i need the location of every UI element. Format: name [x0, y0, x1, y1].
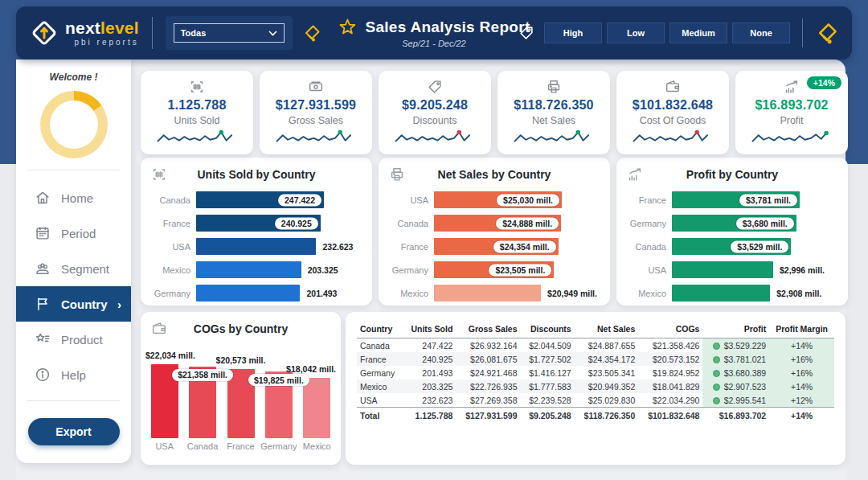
bar[interactable]: $3,529 mill.: [672, 238, 791, 255]
column-value-label: $21,358 mill.: [172, 369, 233, 381]
table-cell: $25.029.830: [575, 393, 639, 408]
bar[interactable]: [196, 261, 301, 278]
kpi-row: 1.125.788Units Sold$127.931.599Gross Sal…: [141, 71, 848, 154]
bar-category-label: France: [624, 195, 666, 205]
priority-button-low[interactable]: Low: [607, 23, 665, 43]
bar-category-label: Canada: [624, 242, 666, 252]
bar-track: $2,996 mill.: [672, 261, 800, 278]
sidebar-item-label: Country: [61, 297, 108, 311]
bar-track: $23,505 mill.: [434, 261, 562, 278]
table-cell: $24.887.655: [575, 338, 639, 353]
table-row[interactable]: Canada247.422$26.932.164$2.044.509$24.88…: [357, 338, 834, 353]
bar-track: $24,888 mill.: [434, 215, 562, 232]
table-cell: $1.416.127: [521, 366, 575, 379]
page-subtitle: Sep/21 - Dec/22: [338, 39, 530, 48]
bar-track: $20,949 mill.: [434, 285, 562, 302]
bar-value-label: $24,888 mill.: [496, 217, 559, 229]
kpi-label: Discounts: [413, 115, 457, 126]
page-title: Sales Analysis Report: [365, 18, 530, 36]
priority-button-high[interactable]: High: [544, 23, 602, 43]
clear-all-filters-icon[interactable]: [815, 21, 839, 45]
bar-track: $25,030 mill.: [434, 191, 562, 208]
clear-filter-icon[interactable]: [302, 23, 321, 43]
table-cell: $27.269.358: [456, 393, 520, 408]
table-cell: 1.125.788: [403, 408, 457, 423]
chart-title: Profit by Country: [616, 168, 848, 181]
table-cell: USA: [357, 393, 403, 408]
trend-icon: [626, 166, 644, 187]
info-icon: [34, 366, 51, 384]
brand-text: nextlevel pbi reports: [65, 19, 139, 47]
bar-track: 247.422: [196, 191, 324, 208]
bar-value-label: 203.325: [308, 265, 338, 275]
sidebar-menu: HomePeriodSegmentCountry›ProductHelp: [16, 180, 131, 392]
table-cell: $9.205.248: [521, 408, 575, 423]
bar[interactable]: $25,030 mill.: [434, 191, 562, 208]
bar[interactable]: 247.422: [196, 191, 324, 208]
receipt-icon: [388, 166, 406, 187]
table-cell: $26.081.675: [456, 352, 520, 366]
bar-value-label: $20,949 mill.: [547, 289, 597, 298]
kpi-sparkline: [274, 129, 358, 146]
table-column-header: Units Sold: [403, 322, 457, 338]
kpi-card-discounts: $9.205.248Discounts: [379, 71, 491, 154]
table-row[interactable]: Mexico203.325$22.726.935$1.777.583$20.94…: [357, 379, 834, 393]
bar-value-label: $2,996 mill.: [780, 265, 825, 275]
sidebar-item-period[interactable]: Period: [16, 215, 131, 251]
priority-filter-group: HighLowMediumNone: [518, 18, 839, 47]
kpi-label: Gross Sales: [289, 115, 343, 126]
kpi-card-units-sold: 1.125.788Units Sold: [141, 71, 253, 154]
table-cell: $2.907.523: [702, 379, 769, 393]
filter-dropdown[interactable]: Todas: [174, 23, 285, 43]
bar-value-label: 247.422: [278, 194, 321, 206]
bar[interactable]: [672, 261, 773, 278]
table-row[interactable]: France240.925$26.081.675$1.727.502$24.35…: [357, 352, 834, 366]
table-row[interactable]: Germany201.493$24.921.468$1.416.127$23.5…: [357, 366, 834, 379]
column-bar-mexico[interactable]: [303, 378, 330, 438]
nextlevel-logo-icon: [31, 19, 58, 47]
table-cell: $2.044.509: [521, 338, 575, 353]
bar[interactable]: 240.925: [196, 215, 321, 232]
header-divider: [152, 17, 153, 49]
profit-bars: France$3,781 mill.Germany$3,680 mill.Can…: [624, 188, 800, 305]
kpi-value: $118.726.350: [514, 98, 593, 113]
bar-category-label: Canada: [387, 219, 428, 228]
bar[interactable]: [434, 285, 541, 302]
table-cell: Canada: [357, 338, 403, 353]
table-row[interactable]: USA232.623$27.269.358$2.239.528$25.029.8…: [357, 393, 834, 408]
table-cell: $26.932.164: [456, 338, 520, 353]
table-cell: $21.358.426: [638, 338, 702, 353]
bar-category-label: USA: [624, 265, 666, 275]
kpi-sparkline: [393, 129, 477, 146]
export-button[interactable]: Export: [28, 418, 120, 445]
kpi-label: Net Sales: [532, 115, 575, 126]
kpi-value: $16.893.702: [755, 98, 828, 113]
bar[interactable]: $23,505 mill.: [434, 261, 554, 278]
sidebar-item-country[interactable]: Country›: [16, 286, 131, 322]
sidebar-divider-bottom: [27, 400, 120, 401]
bar[interactable]: $3,781 mill.: [672, 191, 800, 208]
bar[interactable]: [196, 285, 300, 302]
bar[interactable]: $24,354 mill.: [434, 238, 559, 255]
sidebar-item-label: Product: [61, 333, 103, 347]
sidebar-item-home[interactable]: Home: [16, 180, 131, 215]
kpi-sparkline: [155, 129, 239, 146]
bar[interactable]: $3,680 mill.: [672, 215, 796, 232]
trend-icon: [783, 78, 800, 96]
bar[interactable]: [672, 285, 770, 302]
sidebar-item-product[interactable]: Product: [16, 322, 131, 357]
chevron-right-icon: ›: [117, 297, 121, 311]
sidebar-item-help[interactable]: Help: [16, 357, 131, 392]
table-cell: $118.726.350: [575, 408, 639, 423]
bar[interactable]: [196, 238, 316, 255]
priority-button-medium[interactable]: Medium: [669, 23, 727, 43]
bar[interactable]: $24,888 mill.: [434, 215, 561, 232]
table-row-total: Total1.125.788$127.931.599$9.205.248$118…: [357, 408, 834, 423]
header-title-block: Sales Analysis Report Sep/21 - Dec/22: [338, 18, 530, 48]
net-sales-bars: USA$25,030 mill.Canada$24,888 mill.Franc…: [387, 188, 562, 305]
column-category-label: Mexico: [298, 441, 336, 454]
table-total-row: Total1.125.788$127.931.599$9.205.248$118…: [357, 408, 834, 423]
table-cell: $2.239.528: [521, 393, 575, 408]
sidebar-item-segment[interactable]: Segment: [16, 251, 131, 286]
priority-button-none[interactable]: None: [732, 23, 790, 43]
